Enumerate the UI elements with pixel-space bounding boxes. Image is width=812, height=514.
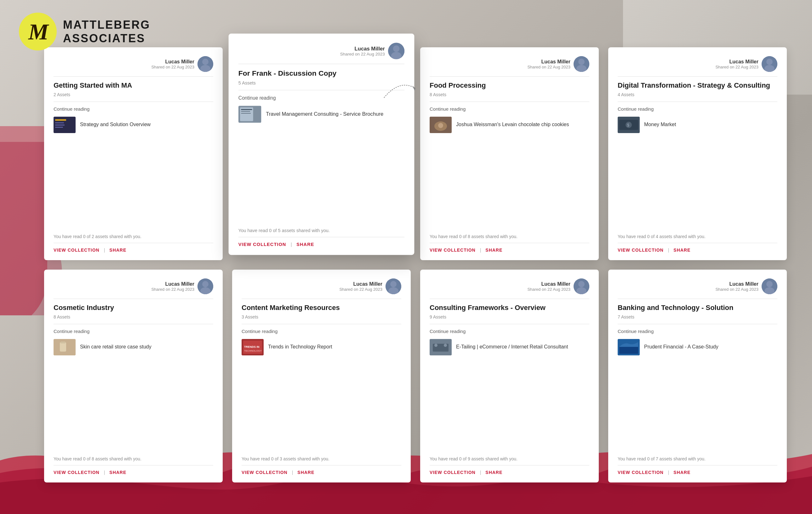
svg-text:$: $: [627, 123, 629, 127]
svg-rect-6: [55, 123, 64, 123]
view-collection-button[interactable]: VIEW COLLECTION: [54, 247, 99, 252]
card-item: $ Money Market: [618, 117, 777, 133]
view-collection-button[interactable]: VIEW COLLECTION: [54, 470, 99, 475]
card-divider-1: [430, 299, 589, 299]
card-divider-2: [618, 324, 777, 324]
view-collection-button[interactable]: VIEW COLLECTION: [618, 247, 664, 252]
card-header: Lucas Miller Shared on 22 Aug 2023: [54, 278, 213, 294]
card-user-info: Lucas Miller Shared on 22 Aug 2023: [715, 281, 758, 292]
card-card-food-processing[interactable]: Lucas Miller Shared on 22 Aug 2023 Food …: [420, 47, 599, 260]
card-divider-2: [54, 102, 213, 102]
svg-text:TRENDS IN: TRENDS IN: [244, 345, 260, 348]
share-button[interactable]: SHARE: [485, 470, 502, 475]
card-card-content-marketing[interactable]: Lucas Miller Shared on 22 Aug 2023 Conte…: [232, 270, 411, 483]
card-user-info: Lucas Miller Shared on 22 Aug 2023: [715, 59, 758, 70]
svg-point-10: [393, 46, 400, 52]
card-header: Lucas Miller Shared on 22 Aug 2023: [241, 278, 401, 294]
card-user-info: Lucas Miller Shared on 22 Aug 2023: [527, 281, 571, 292]
card-actions: VIEW COLLECTION | SHARE: [238, 242, 404, 247]
card-item-label: E-Tailing | eCommerce / Internet Retail …: [456, 344, 568, 350]
card-card-consulting-frameworks[interactable]: Lucas Miller Shared on 22 Aug 2023 Consu…: [420, 270, 599, 483]
share-button[interactable]: SHARE: [673, 470, 690, 475]
card-divider-2: [618, 102, 777, 102]
view-collection-button[interactable]: VIEW COLLECTION: [238, 242, 286, 247]
card-divider-3: [54, 465, 213, 465]
card-continue-label: Continue reading: [430, 106, 589, 112]
logo-circle: M: [19, 12, 57, 50]
card-read-count: You have read 0 of 2 assets shared with …: [54, 234, 213, 239]
card-divider-3: [618, 465, 777, 465]
card-card-digital-transformation[interactable]: Lucas Miller Shared on 22 Aug 2023 Digit…: [608, 47, 787, 260]
share-button[interactable]: SHARE: [296, 242, 314, 247]
card-header: Lucas Miller Shared on 22 Aug 2023: [618, 278, 777, 294]
card-card-banking-technology[interactable]: Lucas Miller Shared on 22 Aug 2023 Banki…: [608, 270, 787, 483]
card-item-thumbnail: [238, 106, 261, 123]
card-user-name: Lucas Miller: [527, 281, 571, 287]
card-divider-1: [618, 76, 777, 77]
card-continue-label: Continue reading: [618, 329, 777, 334]
share-button[interactable]: SHARE: [297, 470, 314, 475]
logo-text: MATTLEBERG ASSOCIATES: [63, 18, 150, 45]
card-divider-1: [54, 299, 213, 299]
svg-point-51: [766, 281, 773, 287]
share-button[interactable]: SHARE: [109, 470, 126, 475]
card-divider-2: [430, 102, 589, 102]
card-item-thumbnail: [430, 339, 452, 355]
card-assets-count: 5 Assets: [238, 80, 404, 85]
view-collection-button[interactable]: VIEW COLLECTION: [618, 470, 664, 475]
share-button[interactable]: SHARE: [673, 247, 690, 252]
card-read-count: You have read 0 of 8 assets shared with …: [430, 234, 589, 239]
card-item-thumbnail: $: [618, 117, 640, 133]
card-divider-3: [618, 243, 777, 243]
card-card-cosmetic-industry[interactable]: Lucas Miller Shared on 22 Aug 2023 Cosme…: [44, 270, 223, 483]
card-item: TRENDS INTECHNOLOGY Trends in Technology…: [241, 339, 401, 355]
svg-rect-54: [619, 347, 638, 354]
card-item-thumbnail: [54, 117, 76, 133]
svg-rect-34: [60, 342, 66, 352]
card-item: Travel Management Consulting - Service B…: [238, 106, 404, 123]
card-assets-count: 7 Assets: [618, 315, 777, 320]
svg-text:M: M: [28, 19, 50, 44]
view-collection-button[interactable]: VIEW COLLECTION: [430, 470, 475, 475]
card-assets-count: 4 Assets: [618, 92, 777, 97]
view-collection-button[interactable]: VIEW COLLECTION: [241, 470, 288, 475]
view-collection-button[interactable]: VIEW COLLECTION: [430, 247, 475, 252]
svg-rect-35: [60, 342, 65, 344]
card-assets-count: 9 Assets: [430, 315, 589, 320]
card-title: Food Processing: [430, 81, 589, 90]
card-actions: VIEW COLLECTION | SHARE: [430, 247, 589, 252]
svg-rect-14: [241, 109, 252, 110]
share-button[interactable]: SHARE: [109, 247, 126, 252]
card-user-name: Lucas Miller: [151, 281, 194, 287]
card-header: Lucas Miller Shared on 22 Aug 2023: [238, 43, 404, 59]
card-user-name: Lucas Miller: [151, 59, 194, 65]
card-user-info: Lucas Miller Shared on 22 Aug 2023: [339, 281, 382, 292]
card-item-label: Skin care retail store case study: [80, 344, 151, 350]
card-read-count: You have read 0 of 8 assets shared with …: [54, 456, 213, 461]
card-actions: VIEW COLLECTION | SHARE: [54, 470, 213, 475]
avatar: [198, 278, 213, 294]
card-card-getting-started[interactable]: Lucas Miller Shared on 22 Aug 2023 Getti…: [44, 47, 223, 260]
card-shared-date: Shared on 22 Aug 2023: [151, 287, 194, 292]
company-name-line2: ASSOCIATES: [63, 31, 150, 45]
card-shared-date: Shared on 22 Aug 2023: [340, 51, 385, 56]
card-item-thumbnail: [54, 339, 76, 355]
card-user-name: Lucas Miller: [340, 46, 385, 51]
card-item-thumbnail: TRENDS INTECHNOLOGY: [241, 339, 264, 355]
card-divider-3: [54, 243, 213, 243]
svg-point-18: [578, 59, 585, 65]
card-item-thumbnail: [430, 117, 452, 133]
card-assets-count: 8 Assets: [54, 315, 213, 320]
card-card-for-frank[interactable]: Lucas Miller Shared on 22 Aug 2023 For F…: [229, 34, 414, 255]
share-button[interactable]: SHARE: [485, 247, 502, 252]
card-actions: VIEW COLLECTION | SHARE: [618, 470, 777, 475]
card-user-name: Lucas Miller: [715, 59, 758, 65]
svg-point-49: [444, 344, 447, 347]
card-user-name: Lucas Miller: [715, 281, 758, 287]
card-item-label: Prudent Financial - A Case-Study: [644, 344, 719, 350]
card-item: Joshua Weissman's Levain chocolate chip …: [430, 117, 589, 133]
action-separator: |: [291, 242, 292, 247]
svg-point-31: [202, 281, 208, 287]
card-title: Cosmetic Industry: [54, 303, 213, 313]
svg-point-37: [390, 281, 397, 287]
